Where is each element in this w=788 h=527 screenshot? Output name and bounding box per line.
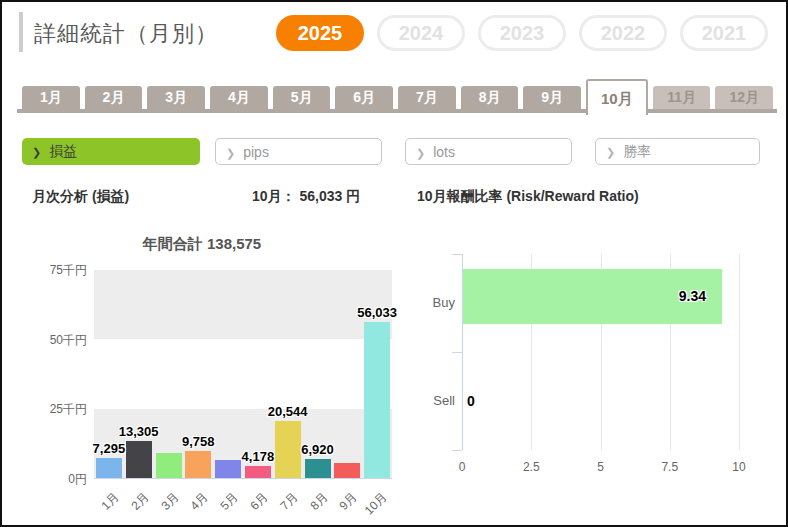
category-label-sell: Sell [417, 393, 455, 408]
month-tab-7[interactable]: 7月 [398, 86, 456, 109]
bar-10月 [364, 322, 390, 478]
month-tab-12[interactable]: 12月 [715, 86, 773, 109]
x-axis-tick-label: 5 [581, 460, 621, 474]
year-button-2024[interactable]: 2024 [377, 15, 465, 51]
chevron-right-icon: ❯ [226, 147, 235, 159]
page-title: 詳細統計（月別） [34, 19, 218, 49]
x-axis-category-label: 1月 [84, 489, 123, 527]
x-axis-tick-label: 7.5 [650, 460, 690, 474]
category-label-buy: Buy [417, 295, 455, 310]
monthly-analysis-heading: 月次分析 (損益) [32, 188, 129, 206]
x-axis-category-label: 5月 [203, 489, 242, 527]
x-axis-tick-label: 2.5 [511, 460, 551, 474]
bar-6月 [245, 466, 271, 478]
bar-value-label: 20,544 [256, 404, 320, 419]
year-button-2021[interactable]: 2021 [680, 15, 768, 51]
month-tab-5[interactable]: 5月 [273, 86, 331, 109]
title-accent-bar [19, 12, 23, 52]
y-axis-tick [452, 450, 462, 451]
filter-pips-button[interactable]: ❯pips [215, 138, 382, 165]
month-tab-10[interactable]: 10月 [586, 79, 648, 115]
x-axis-category-label: 10月 [352, 489, 391, 527]
month-tab-6[interactable]: 6月 [335, 86, 393, 109]
risk-reward-heading: 10月報酬比率 (Risk/Reward Ratio) [417, 188, 639, 206]
month-tab-3[interactable]: 3月 [147, 86, 205, 109]
chevron-right-icon: ❯ [32, 146, 41, 158]
bar-3月 [156, 453, 182, 478]
year-button-2022[interactable]: 2022 [579, 15, 667, 51]
bar-value-label: 7,295 [77, 441, 141, 456]
bar-value-label: 0 [467, 393, 475, 409]
detailed-stats-page: 詳細統計（月別） 2025 2024 2023 2022 2021 1月 2月 … [0, 0, 788, 527]
bar-8月 [305, 459, 331, 478]
gridline [739, 254, 740, 450]
month-tab-2[interactable]: 2月 [85, 86, 143, 109]
x-axis-category-label: 8月 [293, 489, 332, 527]
y-axis-tick-label: 0円 [32, 471, 87, 488]
bar-value-label: 6,920 [286, 442, 350, 457]
filter-label: pips [243, 144, 269, 160]
month-tab-4[interactable]: 4月 [210, 86, 268, 109]
y-axis-tick-label: 25千円 [32, 401, 87, 418]
x-axis-category-label: 6月 [233, 489, 272, 527]
annual-total-title: 年間合計 138,575 [42, 235, 362, 254]
month-tab-11[interactable]: 11月 [653, 86, 711, 109]
month-total-value: 10月： 56,033 円 [252, 188, 360, 206]
filter-win-rate-button[interactable]: ❯勝率 [595, 138, 760, 165]
month-tab-8[interactable]: 8月 [461, 86, 519, 109]
x-axis-category-label: 9月 [322, 489, 361, 527]
x-axis-tick-label: 0 [442, 460, 482, 474]
year-button-2023[interactable]: 2023 [478, 15, 566, 51]
bar-9月 [334, 463, 360, 478]
filter-profit-loss-button[interactable]: ❯損益 [22, 138, 200, 165]
risk-reward-chart: 02.557.510Buy9.34Sell0 [417, 242, 787, 502]
bar-value-label: 56,033 [345, 305, 409, 320]
x-axis-category-label: 2月 [114, 489, 153, 527]
filter-lots-button[interactable]: ❯lots [405, 138, 572, 165]
monthly-pl-bar-chart: 年間合計 138,575 75千円50千円25千円0円 7,2951月13,30… [32, 227, 402, 527]
filter-label: lots [433, 144, 455, 160]
bar-value-label: 9.34 [679, 288, 706, 304]
chevron-right-icon: ❯ [606, 146, 615, 158]
bar-value-label: 13,305 [107, 424, 171, 439]
bar-value-label: 4,178 [226, 449, 290, 464]
y-axis-tick [452, 352, 462, 353]
chevron-right-icon: ❯ [416, 147, 425, 159]
bar-value-label: 9,758 [166, 434, 230, 449]
y-axis-tick-label: 50千円 [32, 332, 87, 349]
month-tab-9[interactable]: 9月 [523, 86, 581, 109]
year-button-2025[interactable]: 2025 [276, 15, 364, 51]
month-tab-1[interactable]: 1月 [22, 86, 80, 109]
x-axis-category-label: 7月 [263, 489, 302, 527]
x-axis-category-label: 4月 [173, 489, 212, 527]
filter-label: 損益 [49, 143, 77, 159]
x-axis-category-label: 3月 [144, 489, 183, 527]
year-selector: 2025 2024 2023 2022 2021 [276, 15, 768, 51]
month-tabs: 1月 2月 3月 4月 5月 6月 7月 8月 9月 10月 11月 12月 [22, 79, 773, 120]
y-axis-tick-label: 75千円 [32, 262, 87, 279]
filter-label: 勝率 [623, 143, 651, 159]
bar-1月 [96, 458, 122, 478]
x-axis-tick-label: 10 [719, 460, 759, 474]
y-axis-tick [452, 254, 462, 255]
bar-4月 [185, 451, 211, 478]
